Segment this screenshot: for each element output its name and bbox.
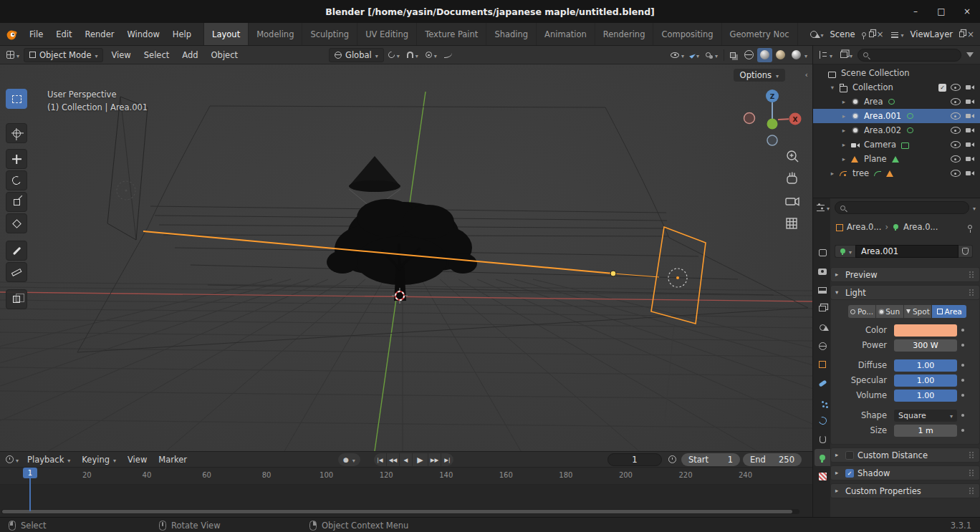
drag-dots-icon[interactable] <box>969 271 975 278</box>
view-layer-name[interactable]: ViewLayer <box>907 29 956 39</box>
power-field[interactable]: 300 W <box>894 339 957 352</box>
transport-play[interactable]: ▶ <box>413 453 428 466</box>
panel-custom-properties[interactable]: Custom Properties <box>830 483 980 498</box>
object-visibility-dropdown[interactable] <box>668 50 687 60</box>
camera-icon[interactable] <box>964 112 976 121</box>
light-name-field[interactable]: Area.001 <box>855 245 959 258</box>
auto-keying-button[interactable]: ● <box>338 453 360 466</box>
gizmo-minus-z-axis[interactable] <box>767 135 777 145</box>
minimize-icon[interactable]: – <box>910 6 921 16</box>
properties-options-caret-icon[interactable] <box>973 203 976 213</box>
new-view-layer-icon[interactable] <box>959 32 964 37</box>
pin-scene-icon[interactable] <box>862 32 866 37</box>
workspace-tab-rendering[interactable]: Rendering <box>595 23 654 45</box>
diffuse-slider[interactable]: 1.00 <box>894 359 957 372</box>
eye-icon[interactable] <box>949 140 961 150</box>
timeline-editor-type-button[interactable] <box>3 455 21 465</box>
breadcrumb-object[interactable]: Area.0... <box>847 222 881 232</box>
animate-dot-icon[interactable] <box>957 414 969 417</box>
unlink-scene-icon[interactable] <box>877 29 884 39</box>
pin-id-icon[interactable] <box>968 225 972 229</box>
gizmo-y-axis[interactable] <box>767 119 778 130</box>
size-field[interactable]: 1 m <box>894 425 957 437</box>
menu-render[interactable]: Render <box>79 23 121 45</box>
timeline-menu-view[interactable]: View <box>122 455 153 465</box>
snapping-dropdown[interactable] <box>404 50 421 60</box>
properties-tab-texture[interactable] <box>815 468 830 485</box>
light-color-swatch[interactable] <box>894 324 957 337</box>
outliner-search-input[interactable] <box>858 49 961 62</box>
proportional-edit-dropdown[interactable] <box>423 50 440 60</box>
timeline-menu-marker[interactable]: Marker <box>153 455 193 465</box>
camera-icon[interactable] <box>964 83 976 92</box>
outliner-row-area-002[interactable]: ▸Area.002 <box>813 123 980 137</box>
camera-icon[interactable] <box>964 140 976 150</box>
properties-tab-render[interactable] <box>815 263 830 280</box>
menu-window[interactable]: Window <box>120 23 165 45</box>
show-gizmo-dropdown[interactable] <box>688 50 702 60</box>
tool-cursor[interactable] <box>6 123 27 143</box>
current-frame-field[interactable]: 1 <box>607 453 662 466</box>
animate-dot-icon[interactable] <box>957 429 969 432</box>
overlays-dropdown[interactable] <box>703 50 721 60</box>
id-type-button[interactable] <box>835 245 855 258</box>
outliner-row-area[interactable]: ▸Area <box>813 95 980 109</box>
transport-jump-to-prev-keyframe[interactable]: ◀◀ <box>387 453 399 466</box>
tool-rotate[interactable] <box>6 170 27 190</box>
light-handle-dot[interactable] <box>610 271 616 276</box>
workspace-tab-sculpting[interactable]: Sculpting <box>302 23 357 45</box>
eye-icon[interactable] <box>949 155 961 164</box>
properties-search-input[interactable] <box>835 201 969 214</box>
shape-dropdown[interactable]: Square <box>894 410 957 422</box>
transport-jump-to-end[interactable]: ▶| <box>441 453 453 466</box>
menu-edit[interactable]: Edit <box>49 23 78 45</box>
properties-tab-object-data[interactable] <box>815 449 830 466</box>
disclosure-icon[interactable]: ▸ <box>829 170 836 177</box>
properties-tab-object[interactable] <box>815 356 830 373</box>
outliner-row-tree[interactable]: ▸tree <box>813 166 980 180</box>
panel-shadow[interactable]: Shadow <box>830 465 980 480</box>
disclosure-icon[interactable]: ▸ <box>840 155 847 163</box>
transport-jump-to-start[interactable]: |◀ <box>374 453 386 466</box>
specular-slider[interactable]: 1.00 <box>894 374 957 387</box>
tool-transform[interactable] <box>6 213 27 233</box>
outliner-row-camera[interactable]: ▸Camera <box>813 137 980 152</box>
panel-light[interactable]: Light <box>830 285 980 300</box>
disclosure-icon[interactable]: ▾ <box>829 84 836 91</box>
transport-play-reverse[interactable]: ◀ <box>400 453 412 466</box>
camera-icon[interactable] <box>964 97 976 107</box>
camera-icon[interactable] <box>964 126 976 135</box>
timeline-scrollbar[interactable] <box>1 509 799 514</box>
timeline-tracks[interactable] <box>0 485 812 517</box>
remove-view-layer-icon[interactable] <box>967 29 974 39</box>
gizmo-minus-x-axis[interactable] <box>744 113 755 124</box>
view-layer-icon[interactable] <box>891 31 898 38</box>
properties-tab-modifiers[interactable] <box>815 374 830 392</box>
shading-solid-button[interactable] <box>757 48 772 62</box>
panel-custom-distance[interactable]: Custom Distance <box>830 448 980 463</box>
viewport-menu-object[interactable]: Object <box>205 50 244 60</box>
workspace-tab-texture-paint[interactable]: Texture Paint <box>417 23 486 45</box>
timeline-menu-keying[interactable]: Keying <box>76 455 122 465</box>
panel-preview[interactable]: Preview <box>830 267 980 282</box>
timeline-menu-playback[interactable]: Playback <box>21 455 76 465</box>
tool-annotate[interactable] <box>6 241 27 261</box>
animate-dot-icon[interactable] <box>957 379 969 382</box>
workspace-tab-geometry-noc[interactable]: Geometry Noc <box>722 23 798 45</box>
volume-slider[interactable]: 1.00 <box>894 390 957 402</box>
light-type-sun[interactable]: Sun <box>876 305 903 318</box>
properties-tab-world[interactable] <box>815 337 830 354</box>
display-mode-button[interactable] <box>837 50 855 60</box>
animate-dot-icon[interactable] <box>957 394 969 397</box>
shading-material-button[interactable] <box>773 48 788 62</box>
shading-wireframe-button[interactable] <box>741 48 756 62</box>
properties-tab-tool[interactable] <box>815 244 830 261</box>
proportional-falloff-button[interactable] <box>441 48 455 62</box>
animate-dot-icon[interactable] <box>957 344 969 347</box>
shading-rendered-button[interactable] <box>789 48 804 62</box>
eye-icon[interactable] <box>949 97 961 107</box>
menu-help[interactable]: Help <box>166 23 198 45</box>
checkbox-icon[interactable] <box>938 84 946 92</box>
workspace-tab-layout[interactable]: Layout <box>204 23 249 45</box>
drag-dots-icon[interactable] <box>969 488 975 494</box>
